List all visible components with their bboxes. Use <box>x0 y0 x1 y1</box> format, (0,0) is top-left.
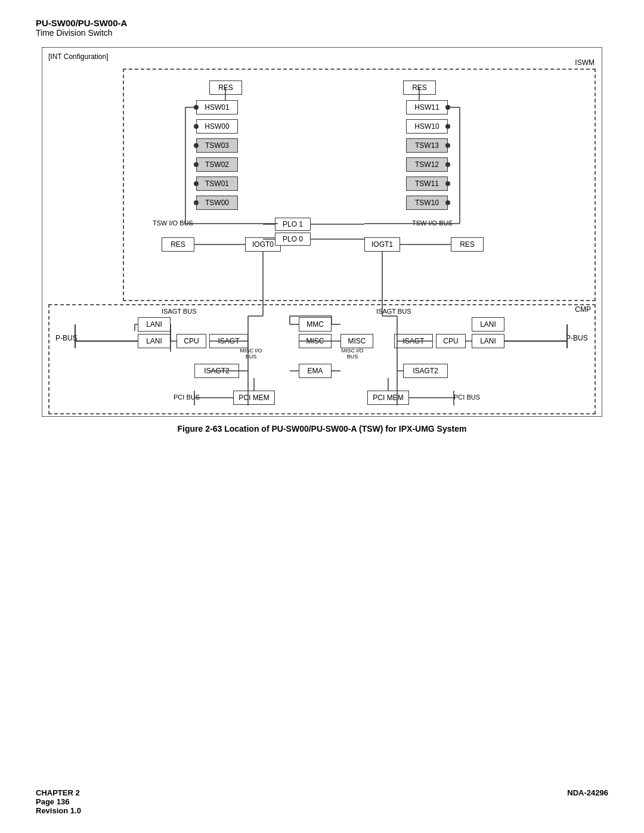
header-title: PU-SW00/PU-SW00-A <box>36 18 608 28</box>
int-config-label: [INT Configuration] <box>48 52 109 61</box>
lani-top-left: LANI <box>138 317 171 332</box>
isagt2-left-block: ISAGT2 <box>194 364 239 378</box>
misc-center-block: MISC <box>299 334 332 348</box>
cpu-left-block: CPU <box>177 334 206 348</box>
misc-right-center-block: MISC <box>340 334 373 348</box>
page-label: Page 136 <box>36 797 81 806</box>
isagt-right-block: ISAGT <box>394 334 433 348</box>
doc-number: NDA-24296 <box>567 788 608 797</box>
footer: CHAPTER 2 Page 136 Revision 1.0 NDA-2429… <box>36 788 608 815</box>
header-subtitle: Time Division Switch <box>36 28 608 38</box>
lani-top-right: LANI <box>472 317 504 332</box>
revision-label: Revision 1.0 <box>36 806 81 815</box>
res-top-left: RES <box>209 80 242 95</box>
misc-io-bus-left-label: MISC I/O BUS <box>239 348 263 360</box>
footer-right: NDA-24296 <box>567 788 608 815</box>
ema-block: EMA <box>299 364 332 378</box>
lani-bot-left: LANI <box>138 334 171 348</box>
res-top-right: RES <box>403 80 436 95</box>
cmp-label: CMP <box>575 305 591 314</box>
pci-bus-right-label: PCI BUS <box>454 394 480 401</box>
iogt1-block: IOGT1 <box>364 237 400 252</box>
res-mid-right: RES <box>451 237 484 252</box>
isagt-left-block: ISAGT <box>209 334 248 348</box>
tsw03-block: TSW03 <box>196 138 238 153</box>
mmc-block: MMC <box>299 317 332 332</box>
isagt-bus-right-label: ISAGT BUS <box>376 308 411 315</box>
isagt-bus-left-label: ISAGT BUS <box>162 308 196 315</box>
isagt2-right-block: ISAGT2 <box>403 364 448 378</box>
tsw-io-bus-right-label: TSW I/O BUS <box>412 219 453 227</box>
hsw00-block: HSW00 <box>196 119 238 134</box>
tsw11-block: TSW11 <box>406 176 448 191</box>
tsw-io-bus-left-label: TSW I/O BUS <box>153 219 193 227</box>
tsw01-block: TSW01 <box>196 176 238 191</box>
pci-bus-left-label: PCI BUS <box>174 394 200 401</box>
cpu-right-block: CPU <box>436 334 466 348</box>
plo0-block: PLO 0 <box>275 233 311 246</box>
figure-caption: Figure 2-63 Location of PU-SW00/PU-SW00-… <box>36 424 608 433</box>
tsw00-block: TSW00 <box>196 196 238 210</box>
tsw10-block: TSW10 <box>406 196 448 210</box>
res-mid-left: RES <box>162 237 194 252</box>
hsw10-block: HSW10 <box>406 119 448 134</box>
hsw01-block: HSW01 <box>196 100 238 114</box>
tsw02-block: TSW02 <box>196 157 238 172</box>
tsw12-block: TSW12 <box>406 157 448 172</box>
misc-io-bus-right-center-label: MISC I/O BUS <box>340 348 364 360</box>
p-bus-left-label: P-BUS <box>55 334 78 342</box>
plo1-block: PLO 1 <box>275 218 311 231</box>
lani-bot-right: LANI <box>472 334 504 348</box>
hsw11-block: HSW11 <box>406 100 448 114</box>
chapter-label: CHAPTER 2 <box>36 788 81 797</box>
pci-mem-right-block: PCI MEM <box>367 391 409 405</box>
footer-left: CHAPTER 2 Page 136 Revision 1.0 <box>36 788 81 815</box>
iswm-region <box>123 69 596 301</box>
page-container: PU-SW00/PU-SW00-A Time Division Switch [… <box>0 0 644 833</box>
pci-mem-left-block: PCI MEM <box>233 391 275 405</box>
diagram-box: [INT Configuration] ISWM CMP RES HSW01 H… <box>42 47 602 417</box>
tsw13-block: TSW13 <box>406 138 448 153</box>
header: PU-SW00/PU-SW00-A Time Division Switch <box>36 18 608 38</box>
p-bus-right-label: P-BUS <box>566 334 588 342</box>
iswm-label: ISWM <box>575 58 595 67</box>
